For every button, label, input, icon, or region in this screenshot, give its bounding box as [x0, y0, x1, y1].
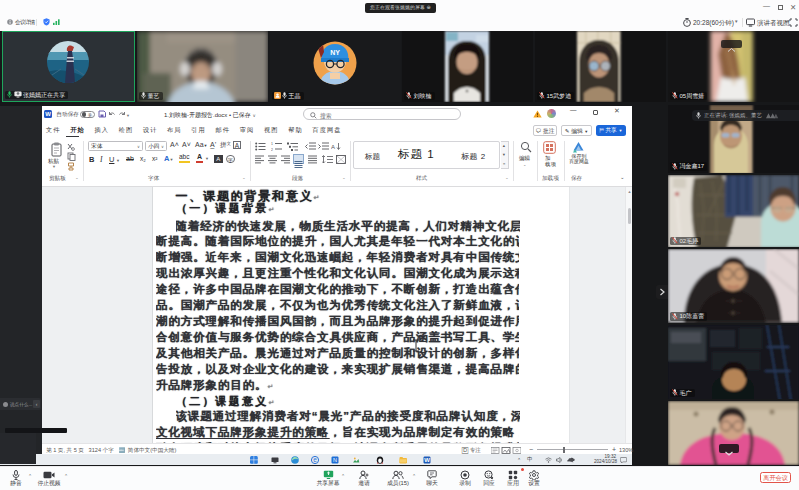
svg-text:2: 2: [271, 147, 273, 150]
svg-text:N: N: [333, 457, 337, 463]
svg-text:1: 1: [271, 142, 273, 146]
svg-text:NY: NY: [330, 49, 340, 56]
svg-text:W: W: [424, 457, 430, 463]
svg-text:e: e: [313, 456, 317, 463]
svg-text:A: A: [331, 144, 335, 150]
